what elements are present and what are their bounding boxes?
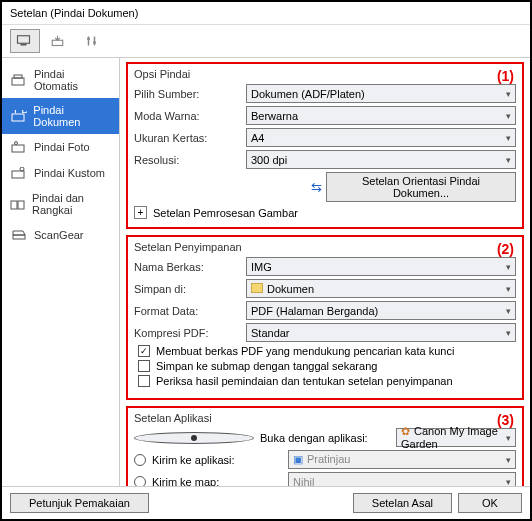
folder-icon — [251, 283, 263, 293]
mode-toolbar — [2, 25, 530, 58]
ok-button[interactable]: OK — [458, 493, 522, 513]
save-in-label: Simpan di: — [134, 283, 240, 295]
sidebar: Pindai Otomatis PDF Pindai Dokumen Pinda… — [2, 58, 120, 486]
chevron-down-icon: ▾ — [506, 284, 511, 294]
send-to-app-dropdown[interactable]: ▣Pratinjau▾ — [288, 450, 516, 469]
sidebar-item-label: Pindai Foto — [34, 141, 90, 153]
defaults-button[interactable]: Setelan Asal — [353, 493, 452, 513]
scan-options-group: (1) Opsi Pindai Pilih Sumber: Dokumen (A… — [126, 62, 524, 229]
mode-tab-scan-from-pc[interactable] — [10, 29, 40, 53]
filename-combobox[interactable]: IMG▾ — [246, 257, 516, 276]
auto-scan-icon — [10, 73, 28, 87]
save-settings-title: Setelan Penyimpanan — [134, 241, 516, 253]
select-source-dropdown[interactable]: Dokumen (ADF/Platen)▾ — [246, 84, 516, 103]
check-results-checkbox[interactable] — [138, 375, 150, 387]
chevron-down-icon: ▾ — [506, 111, 511, 121]
send-to-app-radio[interactable] — [134, 454, 146, 466]
pdf-compression-label: Kompresi PDF: — [134, 327, 240, 339]
svg-rect-15 — [11, 201, 17, 209]
scangear-icon — [10, 228, 28, 242]
paper-size-label: Ukuran Kertas: — [134, 132, 240, 144]
chevron-down-icon: ▾ — [506, 133, 511, 143]
expand-image-processing-icon[interactable]: + — [134, 206, 147, 219]
sidebar-item-document-scan[interactable]: PDF Pindai Dokumen — [2, 98, 119, 134]
chevron-down-icon: ▾ — [506, 306, 511, 316]
filename-label: Nama Berkas: — [134, 261, 240, 273]
save-settings-group: (2) Setelan Penyimpanan Nama Berkas: IMG… — [126, 235, 524, 400]
sidebar-item-label: ScanGear — [34, 229, 84, 241]
save-subfolder-label: Simpan ke submap dengan tanggal sekarang — [156, 360, 377, 372]
chevron-down-icon: ▾ — [506, 262, 511, 272]
sidebar-item-photo-scan[interactable]: Pindai Foto — [2, 134, 119, 160]
keyword-search-checkbox[interactable]: ✓ — [138, 345, 150, 357]
custom-scan-icon — [10, 166, 28, 180]
sync-link-icon[interactable]: ⇆ — [311, 180, 322, 195]
save-subfolder-checkbox[interactable] — [138, 360, 150, 372]
open-with-app-dropdown[interactable]: ✿Canon My Image Garden▾ — [396, 428, 516, 447]
sidebar-item-label: Pindai Dokumen — [33, 104, 111, 128]
open-with-app-radio[interactable] — [134, 432, 254, 444]
resolution-label: Resolusi: — [134, 154, 240, 166]
sidebar-item-label: Pindai Otomatis — [34, 68, 111, 92]
svg-rect-9 — [12, 114, 24, 121]
stitch-scan-icon — [10, 197, 26, 211]
svg-rect-0 — [18, 36, 30, 44]
sidebar-item-custom-scan[interactable]: Pindai Kustom — [2, 160, 119, 186]
group-marker-3: (3) — [497, 412, 514, 428]
chevron-down-icon: ▾ — [506, 433, 511, 443]
group-marker-1: (1) — [497, 68, 514, 84]
sidebar-item-label: Pindai dan Rangkai — [32, 192, 111, 216]
keyword-search-label: Membuat berkas PDF yang mendukung pencar… — [156, 345, 454, 357]
color-mode-dropdown[interactable]: Berwarna▾ — [246, 106, 516, 125]
svg-point-14 — [20, 167, 24, 171]
select-source-label: Pilih Sumber: — [134, 88, 240, 100]
format-dropdown[interactable]: PDF (Halaman Berganda)▾ — [246, 301, 516, 320]
svg-text:PDF: PDF — [14, 110, 27, 115]
application-settings-group: (3) Setelan Aplikasi Buka dengan aplikas… — [126, 406, 524, 486]
svg-rect-17 — [13, 235, 25, 239]
chevron-down-icon: ▾ — [506, 328, 511, 338]
scan-options-title: Opsi Pindai — [134, 68, 516, 80]
window-title: Setelan (Pindai Dokumen) — [2, 2, 530, 25]
send-to-folder-dropdown[interactable]: Nihil▾ — [288, 472, 516, 486]
chevron-down-icon: ▾ — [506, 89, 511, 99]
svg-point-12 — [15, 142, 18, 145]
svg-rect-11 — [12, 145, 24, 152]
sidebar-item-stitch-scan[interactable]: Pindai dan Rangkai — [2, 186, 119, 222]
send-to-app-label: Kirim ke aplikasi: — [152, 454, 282, 466]
resolution-dropdown[interactable]: 300 dpi▾ — [246, 150, 516, 169]
svg-rect-1 — [21, 44, 27, 46]
image-processing-settings-label: Setelan Pemrosesan Gambar — [153, 207, 298, 219]
sidebar-item-scangear[interactable]: ScanGear — [2, 222, 119, 248]
chevron-down-icon: ▾ — [506, 477, 511, 487]
color-mode-label: Moda Warna: — [134, 110, 240, 122]
paper-size-dropdown[interactable]: A4▾ — [246, 128, 516, 147]
send-to-folder-label: Kirim ke map: — [152, 476, 282, 487]
sidebar-item-auto-scan[interactable]: Pindai Otomatis — [2, 62, 119, 98]
application-settings-title: Setelan Aplikasi — [134, 412, 516, 424]
dialog-footer: Petunjuk Pemakaian Setelan Asal OK — [2, 486, 530, 519]
svg-rect-16 — [18, 201, 24, 209]
group-marker-2: (2) — [497, 241, 514, 257]
svg-rect-8 — [14, 75, 22, 78]
photo-scan-icon — [10, 140, 28, 154]
instructions-button[interactable]: Petunjuk Pemakaian — [10, 493, 149, 513]
svg-rect-13 — [12, 171, 24, 178]
save-in-dropdown[interactable]: Dokumen▾ — [246, 279, 516, 298]
mode-tab-scan-from-panel[interactable] — [44, 29, 74, 53]
chevron-down-icon: ▾ — [506, 455, 511, 465]
check-results-label: Periksa hasil pemindaian dan tentukan se… — [156, 375, 453, 387]
pdf-compression-dropdown[interactable]: Standar▾ — [246, 323, 516, 342]
svg-rect-7 — [12, 78, 24, 85]
format-label: Format Data: — [134, 305, 240, 317]
preview-icon: ▣ — [293, 453, 303, 465]
mode-tab-general[interactable] — [78, 29, 108, 53]
send-to-folder-radio[interactable] — [134, 476, 146, 487]
document-scan-icon: PDF — [10, 109, 27, 123]
svg-point-6 — [93, 41, 96, 44]
app-icon: ✿ — [401, 425, 410, 437]
chevron-down-icon: ▾ — [506, 155, 511, 165]
open-with-app-label: Buka dengan aplikasi: — [260, 432, 390, 444]
sidebar-item-label: Pindai Kustom — [34, 167, 105, 179]
orientation-settings-button[interactable]: Setelan Orientasi Pindai Dokumen... — [326, 172, 516, 202]
